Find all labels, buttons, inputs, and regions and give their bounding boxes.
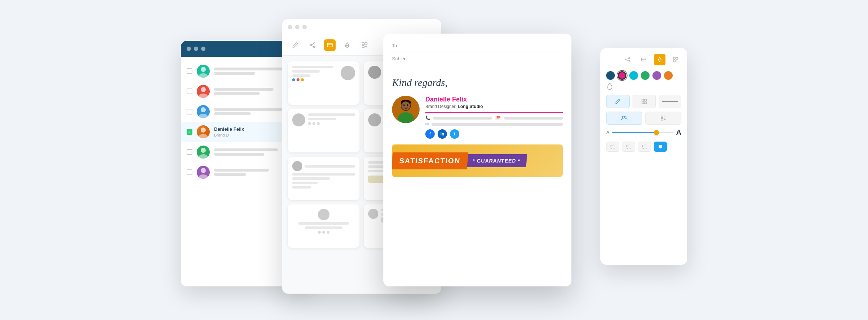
- color-pink-selected[interactable]: [618, 71, 626, 80]
- tool-row-1: [606, 95, 681, 108]
- titlebar-dot-gray-2: [295, 25, 299, 29]
- avatar: [197, 65, 210, 78]
- contact-checkbox[interactable]: [187, 169, 192, 175]
- divider-tool-button[interactable]: [659, 95, 681, 108]
- template-card[interactable]: [288, 204, 359, 248]
- contact-checkbox[interactable]: [187, 109, 192, 114]
- svg-point-16: [401, 101, 410, 110]
- color-orange[interactable]: [664, 71, 673, 80]
- font-slider-thumb[interactable]: [654, 130, 659, 135]
- sig-avatar-container: [392, 96, 420, 123]
- subject-label: Subject: [392, 56, 412, 61]
- template-card[interactable]: [288, 61, 359, 105]
- grid-tool-button[interactable]: [633, 95, 656, 108]
- svg-rect-27: [676, 57, 678, 59]
- avatar: [197, 166, 210, 179]
- fill-icon[interactable]: [341, 39, 353, 51]
- template-card[interactable]: [288, 157, 359, 200]
- twitter-button[interactable]: t: [450, 129, 459, 139]
- svg-rect-31: [642, 99, 644, 101]
- satisfaction-banner: SATISFACTION * GUARANTEED *: [392, 144, 563, 177]
- social-tool-active[interactable]: [654, 142, 667, 152]
- sig-social: f in t: [425, 129, 563, 139]
- fill-icon-right-active[interactable]: [654, 54, 665, 65]
- svg-line-22: [627, 58, 629, 59]
- contact-name-placeholder: [214, 88, 273, 91]
- grid-plus-icon[interactable]: [359, 39, 370, 51]
- svg-point-19: [629, 57, 630, 59]
- signature-card: Danielle Felix Brand Designer, Long Stud…: [392, 96, 563, 139]
- font-slider-track: [612, 132, 655, 133]
- grid-plus-icon-right[interactable]: [670, 54, 681, 65]
- color-green[interactable]: [641, 71, 650, 80]
- color-dark-blue[interactable]: [606, 71, 615, 80]
- contact-checkbox[interactable]: [187, 149, 192, 155]
- social-tool-twitter-2[interactable]: [622, 142, 635, 152]
- sort-tool-button[interactable]: [645, 112, 681, 125]
- svg-point-0: [314, 43, 315, 44]
- titlebar-dot-2: [194, 47, 198, 51]
- svg-rect-7: [362, 43, 364, 45]
- facebook-button[interactable]: f: [425, 129, 435, 139]
- people-tool-button[interactable]: [606, 112, 642, 125]
- svg-point-21: [626, 59, 627, 60]
- social-tool-twitter-1[interactable]: [606, 142, 619, 152]
- sig-email-row: ✉: [425, 122, 563, 126]
- share-icon-right[interactable]: [622, 54, 634, 65]
- svg-rect-33: [642, 102, 644, 104]
- pen-tool-button[interactable]: [606, 95, 630, 108]
- color-palette: [606, 71, 681, 90]
- font-size-row: A A: [606, 128, 681, 137]
- tool-row-2: [606, 112, 681, 125]
- right-toolbar: [606, 54, 681, 65]
- titlebar-dot-gray-1: [288, 25, 292, 29]
- contact-role-placeholder: [214, 153, 264, 156]
- sig-contacts: 📞 📅 ✉: [425, 116, 563, 126]
- font-size-max-label: A: [676, 128, 681, 137]
- svg-line-23: [627, 60, 629, 61]
- svg-rect-9: [362, 46, 364, 48]
- banner-guaranteed-text: * GUARANTEED *: [466, 154, 528, 167]
- contact-role-placeholder: [214, 92, 260, 95]
- svg-point-39: [661, 118, 663, 120]
- contact-name-placeholder: [214, 68, 287, 70]
- template-card[interactable]: [288, 109, 359, 152]
- banner-satisfaction-text: SATISFACTION: [392, 152, 468, 169]
- share-icon[interactable]: [307, 39, 318, 51]
- color-cyan[interactable]: [629, 71, 638, 80]
- sig-name: Danielle Felix: [425, 96, 563, 103]
- email-line: [431, 123, 563, 126]
- linkedin-button[interactable]: in: [438, 129, 447, 139]
- contact-checkbox[interactable]: [187, 68, 192, 74]
- email-header: To Subject: [383, 34, 571, 71]
- sig-phone-row: 📞 📅: [425, 116, 563, 120]
- social-tools-row: [606, 142, 681, 152]
- titlebar-dot-3: [201, 47, 205, 51]
- email-composer-window: To Subject Kind regards,: [383, 34, 571, 286]
- to-field[interactable]: To: [392, 39, 563, 52]
- right-tools-panel: A A: [600, 48, 687, 265]
- contact-checkbox-checked[interactable]: ✓: [187, 129, 192, 135]
- svg-rect-28: [673, 60, 675, 62]
- contact-name-placeholder: [214, 169, 269, 172]
- avatar: [197, 85, 210, 98]
- card-icon-right[interactable]: [638, 54, 650, 65]
- subject-field[interactable]: Subject: [392, 52, 563, 65]
- card-icon-active[interactable]: [324, 39, 336, 51]
- svg-rect-8: [365, 43, 367, 45]
- svg-line-3: [311, 44, 314, 45]
- font-size-min-label: A: [606, 130, 609, 135]
- pencil-icon[interactable]: [289, 39, 301, 51]
- svg-rect-5: [327, 43, 332, 47]
- middle-titlebar: [282, 19, 441, 35]
- titlebar-dot-1: [187, 47, 191, 51]
- font-size-slider[interactable]: [612, 132, 673, 133]
- contact-checkbox[interactable]: [187, 88, 192, 94]
- main-scene: ✓ Danielle Felix Brand D: [181, 19, 687, 301]
- sig-avatar: [392, 96, 420, 123]
- color-purple[interactable]: [652, 71, 661, 80]
- social-tool-twitter-3[interactable]: [638, 142, 651, 152]
- water-drop-icon[interactable]: [606, 83, 613, 90]
- svg-rect-32: [644, 99, 646, 101]
- avatar-danielle: [197, 125, 210, 138]
